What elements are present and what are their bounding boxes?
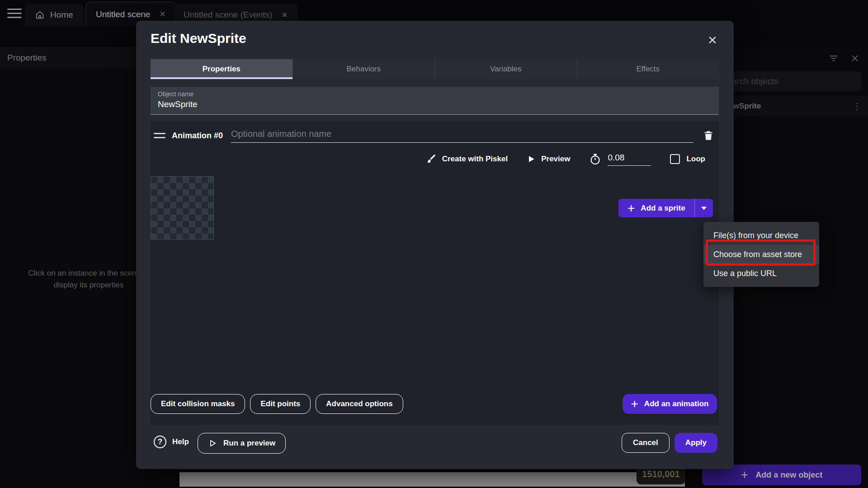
- menu-item-choose-from-asset-store[interactable]: Choose from asset store: [703, 245, 819, 264]
- help-button[interactable]: ? Help: [154, 436, 189, 448]
- tab-properties[interactable]: Properties: [151, 59, 292, 79]
- drag-handle-icon[interactable]: [154, 133, 165, 138]
- loop-checkbox[interactable]: [670, 154, 680, 164]
- empty-sprite-thumbnail: [151, 176, 214, 239]
- play-outline-icon: [208, 439, 217, 448]
- preview-label: Preview: [541, 155, 570, 164]
- menu-item-use-public-url[interactable]: Use a public URL: [703, 264, 819, 283]
- animation-row: Animation #0: [154, 127, 714, 145]
- plus-icon: +: [627, 202, 635, 215]
- edit-collision-masks-button[interactable]: Edit collision masks: [151, 394, 245, 414]
- delete-animation-icon[interactable]: [703, 130, 714, 141]
- add-animation-label: Add an animation: [644, 399, 709, 408]
- dialog-title: Edit NewSprite: [151, 31, 246, 46]
- create-with-piskel-button[interactable]: Create with Piskel: [426, 154, 508, 164]
- play-icon: [527, 155, 536, 164]
- dialog-close-icon[interactable]: ✕: [708, 33, 717, 47]
- apply-button[interactable]: Apply: [675, 433, 717, 453]
- tab-variables[interactable]: Variables: [434, 59, 577, 79]
- menu-item-files-from-device[interactable]: File(s) from your device: [703, 226, 819, 245]
- chevron-down-icon: [701, 206, 707, 211]
- add-sprite-label: Add a sprite: [641, 204, 685, 213]
- run-preview-label: Run a preview: [223, 439, 275, 448]
- plus-icon: +: [631, 398, 638, 410]
- preview-button[interactable]: Preview: [527, 155, 570, 164]
- cancel-button[interactable]: Cancel: [622, 433, 670, 453]
- edit-points-button[interactable]: Edit points: [250, 394, 311, 414]
- animation-name-input[interactable]: [231, 129, 693, 143]
- add-sprite-button[interactable]: + Add a sprite: [618, 199, 694, 217]
- object-name-field-label: Object name: [158, 90, 712, 98]
- dialog-tab-bar: Properties Behaviors Variables Effects: [151, 59, 719, 79]
- add-animation-button[interactable]: + Add an animation: [623, 394, 717, 414]
- tab-effects[interactable]: Effects: [577, 59, 719, 79]
- help-icon: ?: [154, 436, 166, 448]
- object-name-field: Object name: [151, 87, 719, 115]
- loop-label: Loop: [686, 155, 705, 164]
- help-label: Help: [172, 437, 189, 446]
- advanced-options-button[interactable]: Advanced options: [316, 394, 403, 414]
- add-sprite-dropdown-button[interactable]: [695, 199, 713, 217]
- sprite-actions-row: Edit collision masks Edit points Advance…: [151, 394, 403, 414]
- run-preview-button[interactable]: Run a preview: [198, 433, 286, 454]
- stopwatch-icon: [589, 153, 601, 165]
- brush-icon: [426, 154, 437, 164]
- tab-behaviors[interactable]: Behaviors: [292, 59, 435, 79]
- animation-controls-row: Create with Piskel Preview Loop: [426, 150, 705, 168]
- object-name-input[interactable]: [158, 99, 712, 109]
- create-with-piskel-label: Create with Piskel: [442, 155, 508, 164]
- dialog-footer-actions: Cancel Apply: [622, 433, 717, 453]
- frame-duration-input[interactable]: [608, 153, 651, 166]
- edit-object-dialog: Edit NewSprite ✕ Properties Behaviors Va…: [136, 21, 734, 469]
- add-sprite-split-button: + Add a sprite: [618, 199, 713, 217]
- add-sprite-menu: File(s) from your device Choose from ass…: [703, 222, 819, 287]
- animation-label: Animation #0: [172, 131, 223, 141]
